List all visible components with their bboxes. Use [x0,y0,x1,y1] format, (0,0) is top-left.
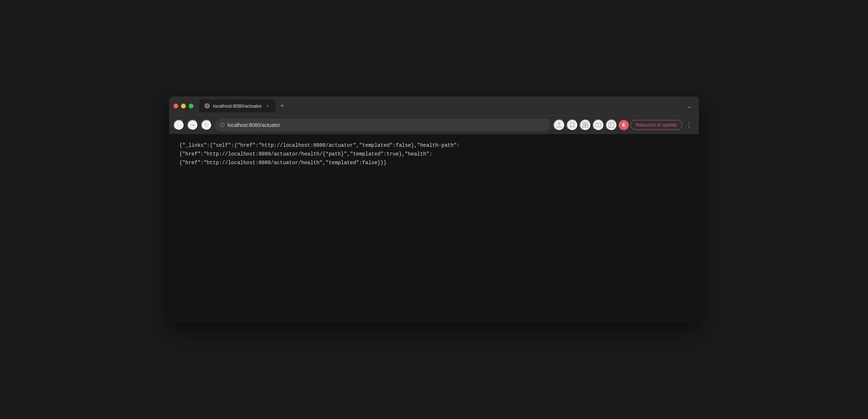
address-bar[interactable]: ⓘ localhost:8080/actuator [215,119,550,132]
title-bar-right: ⌄ [684,101,695,111]
chevron-down-icon[interactable]: ⌄ [684,101,695,111]
bookmark-icon [569,122,576,128]
json-line-2: {"href":"http://localhost:8080/actuator/… [179,151,432,157]
relaunch-button[interactable]: Relaunch to update [630,120,682,130]
svg-rect-6 [586,123,588,125]
bookmark-button[interactable] [566,119,578,131]
tab-close-button[interactable]: × [265,103,270,109]
share-button[interactable] [553,119,565,131]
media-button[interactable] [593,119,604,131]
url-text: localhost:8080/actuator [228,122,545,128]
minimize-button[interactable] [181,104,186,108]
lock-icon: ⓘ [220,122,225,128]
sidebar-icon [608,122,615,128]
back-button[interactable]: ← [173,120,184,130]
json-line-1: {"_links":{"self":{"href":"http://localh… [179,142,460,148]
active-tab[interactable]: localhost:8080/actuator × [199,99,275,112]
forward-button[interactable]: → [187,120,198,130]
new-tab-button[interactable]: + [277,101,287,111]
json-response: {"_links":{"self":{"href":"http://localh… [179,141,689,167]
tab-bar: localhost:8080/actuator × + [199,99,681,112]
nav-bar: ← → ↻ ⓘ localhost:8080/actuator [169,115,699,134]
media-icon [595,122,602,128]
extensions-icon [582,122,589,128]
browser-window: localhost:8080/actuator × + ⌄ ← → ↻ ⓘ lo… [169,96,699,323]
profile-avatar[interactable]: E [619,120,629,130]
traffic-lights [173,104,193,108]
tab-title: localhost:8080/actuator [213,103,262,109]
svg-rect-11 [609,123,614,128]
svg-rect-7 [583,125,585,128]
reload-button[interactable]: ↻ [201,120,212,130]
json-line-3: {"href":"http://localhost:8080/actuator/… [179,160,386,166]
extensions-button[interactable] [580,119,591,131]
svg-rect-5 [583,123,585,125]
title-bar: localhost:8080/actuator × + ⌄ [169,96,699,115]
maximize-button[interactable] [189,104,193,108]
nav-actions: E Relaunch to update ⋮ [553,119,695,131]
globe-icon [204,103,210,109]
sidebar-button[interactable] [606,119,617,131]
content-area: {"_links":{"self":{"href":"http://localh… [169,134,699,323]
share-icon [556,122,562,128]
more-menu-button[interactable]: ⋮ [684,121,695,129]
svg-rect-8 [586,125,588,128]
close-button[interactable] [173,104,178,108]
